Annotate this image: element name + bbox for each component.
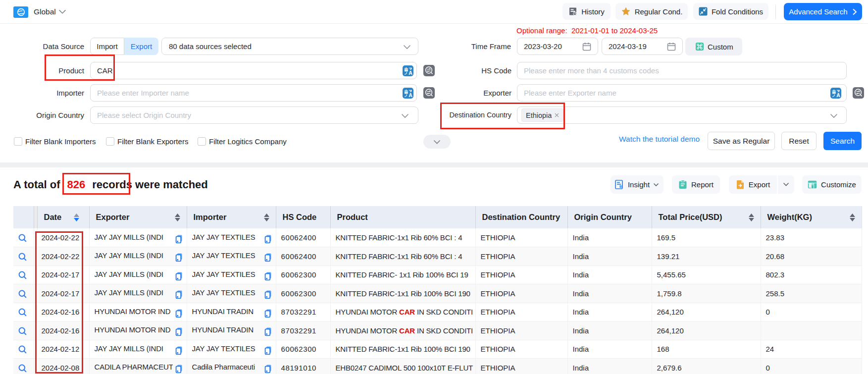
svg-text:A: A xyxy=(408,92,412,98)
svg-text:BI: BI xyxy=(619,185,623,188)
svg-text:A: A xyxy=(408,70,412,76)
svg-text:A: A xyxy=(836,92,840,98)
